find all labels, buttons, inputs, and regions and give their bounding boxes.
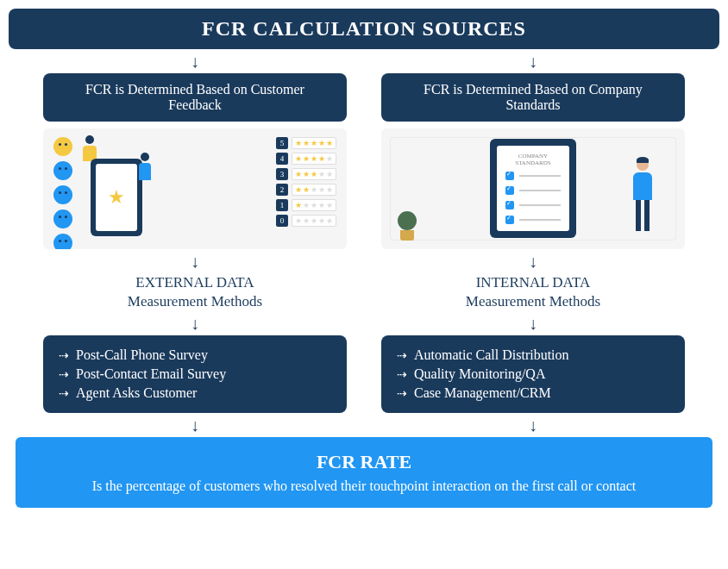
arrow-down-icon: ↓ [529, 49, 537, 73]
left-source-box: FCR is Determined Based on Customer Feed… [43, 73, 347, 122]
arrow-down-icon: ↓ [529, 311, 537, 335]
arrow-down-icon: ↓ [191, 249, 199, 273]
left-column: ↓ FCR is Determined Based on Customer Fe… [43, 49, 347, 437]
list-item: Quality Monitoring/QA [397, 365, 669, 384]
company-standards-illustration: COMPANY STANDARDS [381, 128, 685, 249]
arrow-down-icon: ↓ [529, 413, 537, 437]
right-source-box: FCR is Determined Based on Company Stand… [381, 73, 685, 122]
star-ratings-icon: 5★★★★★ 4★★★★★ 3★★★★★ 2★★★★★ 1★★★★★ 0★★★★… [276, 137, 336, 227]
emoji-faces-icon [53, 137, 72, 249]
list-item: Agent Asks Customer [59, 384, 331, 403]
right-column: ↓ FCR is Determined Based on Company Sta… [381, 49, 685, 437]
fcr-rate-footer: FCR RATE Is the percentage of customers … [16, 437, 712, 508]
person-icon [626, 159, 659, 236]
external-methods-box: Post-Call Phone Survey Post-Contact Emai… [43, 335, 347, 413]
clipboard-icon: COMPANY STANDARDS [490, 139, 576, 238]
footer-text: Is the percentage of customers who resol… [67, 478, 661, 494]
arrow-down-icon: ↓ [191, 311, 199, 335]
internal-data-heading: INTERNAL DATAMeasurement Methods [466, 273, 600, 311]
arrow-down-icon: ↓ [191, 413, 199, 437]
list-item: Post-Contact Email Survey [59, 365, 331, 384]
footer-title: FCR RATE [67, 451, 661, 473]
list-item: Case Management/CRM [397, 384, 669, 403]
internal-methods-box: Automatic Call Distribution Quality Moni… [381, 335, 685, 413]
arrow-down-icon: ↓ [529, 249, 537, 273]
plant-icon [397, 211, 417, 242]
list-item: Automatic Call Distribution [397, 346, 669, 365]
external-data-heading: EXTERNAL DATAMeasurement Methods [128, 273, 262, 311]
person-icon [134, 153, 156, 196]
title-header: FCR CALCULATION SOURCES [9, 9, 719, 49]
customer-feedback-illustration: ★ 5★★★★★ 4★★★★★ 3★★★★★ 2★★★★★ 1★★★★★ 0★★… [43, 128, 347, 249]
arrow-down-icon: ↓ [191, 49, 199, 73]
list-item: Post-Call Phone Survey [59, 346, 331, 365]
